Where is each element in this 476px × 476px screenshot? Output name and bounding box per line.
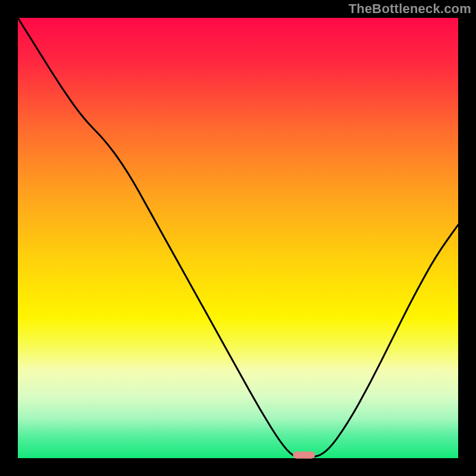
- chart-svg: [0, 0, 476, 476]
- watermark-text: TheBottleneck.com: [349, 1, 471, 17]
- optimal-marker: [293, 452, 315, 459]
- gradient-background: [18, 18, 458, 458]
- chart-frame: TheBottleneck.com: [0, 0, 476, 476]
